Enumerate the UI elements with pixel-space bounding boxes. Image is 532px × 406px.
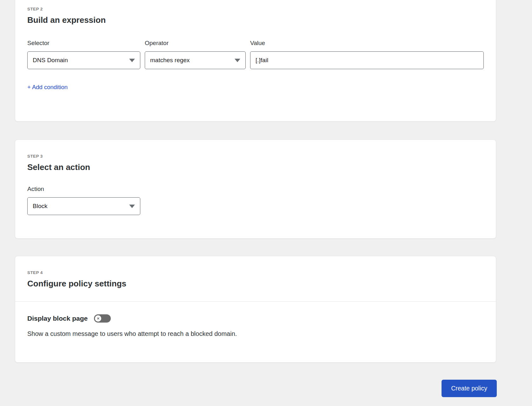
step2-title: Build an expression	[27, 15, 484, 25]
step4-label: STEP 4	[27, 270, 484, 275]
value-field-wrap: Value	[250, 40, 484, 69]
value-input[interactable]	[250, 51, 484, 69]
chevron-down-icon	[235, 59, 240, 62]
selector-dropdown-value: DNS Domain	[33, 57, 68, 64]
action-dropdown-value: Block	[33, 203, 47, 210]
selector-field: Selector DNS Domain	[27, 40, 140, 69]
chevron-down-icon	[129, 59, 135, 62]
step4-title: Configure policy settings	[27, 279, 484, 289]
value-label: Value	[250, 40, 484, 47]
operator-dropdown[interactable]: matches regex	[145, 51, 246, 69]
expression-row: Selector DNS Domain Operator matches reg…	[27, 40, 484, 69]
toggle-off-x-icon: ✕	[95, 315, 101, 322]
step4-header: STEP 4 Configure policy settings	[15, 256, 496, 301]
action-dropdown[interactable]: Block	[27, 197, 140, 215]
step3-title: Select an action	[27, 162, 484, 172]
policy-settings-section: Display block page ✕ Show a custom messa…	[15, 301, 496, 337]
operator-field: Operator matches regex	[145, 40, 246, 69]
step3-card: STEP 3 Select an action Action Block	[15, 140, 496, 239]
step2-card: STEP 2 Build an expression Selector DNS …	[15, 0, 496, 121]
action-label: Action	[27, 186, 140, 193]
selector-dropdown[interactable]: DNS Domain	[27, 51, 140, 69]
operator-dropdown-value: matches regex	[150, 57, 190, 64]
step2-label: STEP 2	[27, 7, 484, 11]
chevron-down-icon	[129, 205, 135, 208]
action-field: Action Block	[27, 186, 140, 215]
display-block-page-description: Show a custom message to users who attem…	[27, 330, 484, 337]
display-block-page-row: Display block page ✕	[27, 314, 484, 323]
step3-label: STEP 3	[27, 154, 484, 159]
display-block-page-label: Display block page	[27, 315, 88, 322]
operator-label: Operator	[145, 40, 246, 47]
create-policy-button[interactable]: Create policy	[442, 380, 497, 397]
step4-card: STEP 4 Configure policy settings Display…	[15, 256, 496, 363]
add-condition-link[interactable]: + Add condition	[27, 84, 68, 91]
selector-label: Selector	[27, 40, 140, 47]
display-block-page-toggle[interactable]: ✕	[94, 314, 111, 323]
